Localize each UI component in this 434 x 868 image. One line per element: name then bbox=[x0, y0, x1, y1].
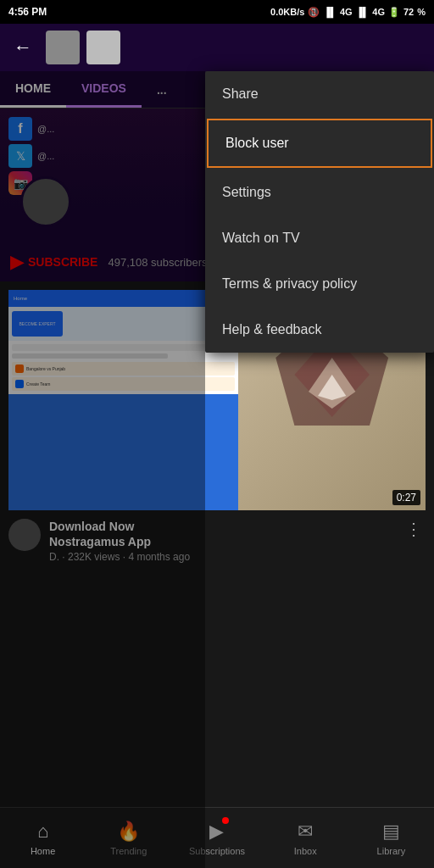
signal-bars2: ▐▌ bbox=[356, 7, 370, 17]
battery-icon: 🔋 bbox=[388, 7, 400, 18]
battery-level: 72 bbox=[403, 7, 414, 17]
nav-inbox[interactable]: ✉ Inbox bbox=[280, 821, 331, 856]
network-speed: 0.0KB/s bbox=[270, 7, 304, 17]
top-nav: ← bbox=[0, 24, 434, 71]
menu-item-help[interactable]: Help & feedback bbox=[205, 307, 434, 353]
library-icon: ▤ bbox=[382, 821, 400, 843]
context-menu: Share Block user Settings Watch on TV Te… bbox=[205, 71, 434, 353]
signal-icon: 📵 bbox=[308, 7, 320, 18]
menu-item-terms[interactable]: Terms & privacy policy bbox=[205, 261, 434, 307]
status-bar: 4:56 PM 0.0KB/s 📵 ▐▌ 4G ▐▌ 4G 🔋 72% bbox=[0, 0, 434, 24]
menu-item-watch-tv[interactable]: Watch on TV bbox=[205, 215, 434, 261]
status-time: 4:56 PM bbox=[8, 6, 47, 18]
inbox-icon: ✉ bbox=[298, 821, 313, 843]
nav-inbox-label: Inbox bbox=[294, 846, 317, 856]
menu-scrim[interactable] bbox=[0, 71, 205, 868]
menu-item-block-user[interactable]: Block user bbox=[207, 119, 432, 168]
menu-item-share[interactable]: Share bbox=[205, 71, 434, 117]
channel-avatar-thumb1 bbox=[46, 31, 80, 64]
subscriptions-icon: ▶ bbox=[209, 821, 224, 843]
network-type2: 4G bbox=[372, 7, 385, 17]
channel-avatar-thumb2 bbox=[86, 31, 120, 64]
back-button[interactable]: ← bbox=[7, 30, 39, 65]
status-bar-right: 0.0KB/s 📵 ▐▌ 4G ▐▌ 4G 🔋 72% bbox=[270, 7, 426, 18]
signal-bars: ▐▌ bbox=[323, 7, 337, 17]
menu-item-settings[interactable]: Settings bbox=[205, 170, 434, 215]
subscriptions-badge bbox=[222, 817, 229, 824]
nav-library-label: Library bbox=[377, 846, 406, 856]
nav-library[interactable]: ▤ Library bbox=[365, 821, 416, 856]
network-type: 4G bbox=[340, 7, 353, 17]
video-more-button[interactable]: ⋮ bbox=[402, 519, 426, 539]
video-duration: 0:27 bbox=[392, 490, 420, 505]
